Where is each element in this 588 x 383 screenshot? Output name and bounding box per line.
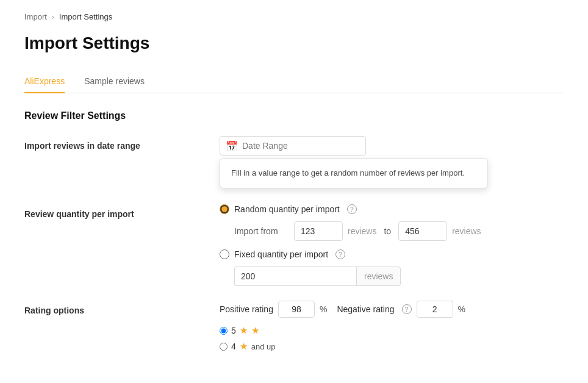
star-4-radio[interactable] [220, 343, 228, 351]
to-label: to [384, 226, 391, 236]
tabs-bar: AliExpress Sample reviews [24, 70, 564, 93]
random-quantity-radio[interactable] [220, 204, 229, 214]
positive-rating-input[interactable] [278, 301, 315, 318]
import-from-label: Import from [234, 226, 289, 236]
date-range-tooltip: Fill in a value range to get a random nu… [220, 158, 488, 188]
review-quantity-content: Random quantity per import ? Import from… [220, 204, 564, 286]
fixed-input-wrapper: reviews [234, 267, 564, 286]
breadcrumb: Import › Import Settings [24, 12, 564, 21]
import-to-input[interactable] [398, 221, 447, 241]
section-title: Review Filter Settings [24, 110, 564, 121]
rating-label-row: Positive rating % Negative rating ? % [220, 301, 564, 318]
star-5-icon-2: ★ [251, 325, 259, 336]
from-reviews-unit: reviews [348, 226, 376, 236]
negative-percent: % [458, 304, 465, 314]
negative-rating-help-icon[interactable]: ? [402, 304, 412, 314]
fixed-quantity-option[interactable]: Fixed quantity per import ? [220, 249, 564, 259]
calendar-icon: 📅 [226, 140, 238, 152]
negative-rating-input[interactable] [417, 301, 453, 318]
star-5-count: 5 [231, 326, 236, 335]
date-range-input-wrapper: 📅 [220, 136, 366, 156]
rating-content: Positive rating % Negative rating ? % 5 … [220, 301, 564, 352]
rating-options-row: Rating options Positive rating % Negativ… [24, 301, 564, 352]
and-up-label: and up [251, 342, 276, 351]
breadcrumb-separator: › [52, 13, 54, 21]
review-quantity-row: Review quantity per import Random quanti… [24, 204, 564, 286]
fixed-quantity-input[interactable] [234, 267, 356, 286]
to-reviews-unit: reviews [452, 226, 481, 236]
positive-rating-col: Positive rating % [220, 301, 327, 318]
fixed-quantity-radio[interactable] [220, 249, 229, 259]
date-range-row: Import reviews in date range 📅 Fill in a… [24, 136, 564, 156]
random-quantity-option[interactable]: Random quantity per import ? [220, 204, 564, 214]
fixed-quantity-help-icon[interactable]: ? [335, 249, 345, 259]
date-range-label: Import reviews in date range [24, 136, 220, 151]
star-4-count: 4 [231, 342, 236, 351]
star-5-radio[interactable] [220, 327, 228, 335]
import-from-input[interactable] [294, 221, 343, 241]
tab-aliexpress[interactable]: AliExpress [24, 70, 65, 93]
tab-sample-reviews[interactable]: Sample reviews [84, 70, 145, 93]
date-range-content: 📅 Fill in a value range to get a random … [220, 136, 564, 156]
rating-label: Rating options [24, 301, 220, 315]
star-4-icon-1: ★ [240, 341, 248, 352]
star-row-5: 5 ★ ★ [220, 325, 564, 336]
breadcrumb-parent-link[interactable]: Import [24, 12, 47, 21]
random-quantity-label: Random quantity per import [234, 204, 340, 214]
random-quantity-help-icon[interactable]: ? [347, 204, 357, 214]
fixed-quantity-label: Fixed quantity per import [234, 249, 328, 259]
review-quantity-label: Review quantity per import [24, 204, 220, 219]
star-rows: 5 ★ ★ 4 ★ and up [220, 325, 564, 352]
page-title: Import Settings [24, 34, 564, 53]
negative-rating-label: Negative rating [337, 304, 394, 314]
star-5-icon-1: ★ [240, 325, 248, 336]
negative-rating-col: Negative rating ? % [337, 301, 465, 318]
fixed-reviews-unit: reviews [356, 267, 401, 286]
positive-percent: % [320, 304, 327, 314]
import-from-row: Import from reviews to reviews [234, 221, 564, 241]
star-row-4: 4 ★ and up [220, 341, 564, 352]
date-range-input[interactable] [220, 136, 366, 156]
positive-rating-label: Positive rating [220, 304, 273, 314]
breadcrumb-current: Import Settings [59, 12, 112, 21]
